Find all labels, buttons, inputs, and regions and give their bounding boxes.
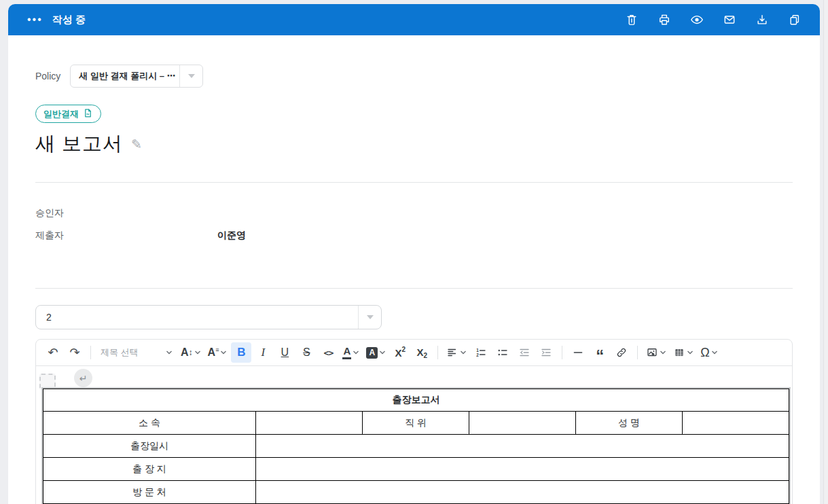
chevron-down-icon — [166, 346, 173, 359]
chevron-down-icon — [711, 346, 718, 359]
superscript-button[interactable]: X2 — [390, 342, 410, 363]
document-sign-icon — [83, 108, 93, 120]
chevron-down-icon — [687, 346, 694, 359]
trip-report-table[interactable]: 출장보고서 소 속 직 위 성 명 출장일시 — [43, 389, 789, 504]
table-cell[interactable]: 소 속 — [43, 412, 256, 435]
table-cell[interactable]: 출 장 지 — [43, 458, 256, 481]
more-menu-icon[interactable]: ••• — [27, 14, 43, 25]
policy-select[interactable]: 새 일반 결재 폴리시 – ⋯ — [70, 65, 203, 88]
highlight-color-button[interactable]: A — [363, 342, 389, 363]
table-row: 출장보고서 — [43, 389, 789, 412]
insert-image-button[interactable] — [643, 342, 669, 363]
heading-select-placeholder: 제목 선택 — [101, 346, 139, 359]
subscript-button[interactable]: X2 — [412, 342, 432, 363]
table-cell[interactable]: 출장일시 — [43, 435, 256, 458]
undo-icon[interactable]: ↶ — [43, 342, 63, 363]
toolbar-divider — [437, 346, 438, 359]
editor-toolbar: ↶ ↷ 제목 선택 A↕ A≡ B I U S — [36, 340, 792, 366]
chevron-down-icon — [460, 346, 467, 359]
text-color-button[interactable]: A — [340, 342, 362, 363]
chevron-down-icon — [220, 346, 227, 359]
heading-select[interactable]: 제목 선택 — [96, 342, 177, 363]
outdent-icon[interactable] — [514, 342, 535, 363]
table-row: 소 속 직 위 성 명 — [43, 412, 789, 435]
horizontal-rule-button[interactable] — [568, 342, 588, 363]
svg-text:2: 2 — [476, 353, 479, 357]
strikethrough-button[interactable]: S — [296, 342, 317, 363]
table-cell[interactable] — [469, 412, 575, 435]
svg-text:1: 1 — [476, 348, 479, 353]
document-content: Policy 새 일반 결재 폴리시 – ⋯ 일반결재 새 보고서 ✎ 승인자 … — [8, 65, 820, 504]
submitter-value: 이준영 — [217, 230, 246, 242]
align-button[interactable] — [444, 342, 469, 363]
code-button[interactable]: <> — [318, 342, 338, 363]
table-cell[interactable] — [255, 458, 789, 481]
policy-label: Policy — [35, 71, 60, 82]
edit-title-icon[interactable]: ✎ — [131, 137, 142, 152]
section-count-select[interactable]: 2 — [35, 305, 382, 329]
section-count-arrow[interactable] — [358, 306, 381, 329]
chevron-down-icon — [188, 74, 195, 78]
toolbar-divider — [562, 346, 562, 359]
policy-select-arrow[interactable] — [179, 65, 202, 87]
blockquote-button[interactable]: “ — [590, 342, 610, 363]
table-cell[interactable] — [255, 481, 789, 504]
chevron-down-icon — [660, 346, 666, 359]
badge-label: 일반결재 — [43, 108, 79, 120]
editor-content-area[interactable]: ↵ 출장보고서 소 속 직 위 — [36, 366, 792, 504]
font-family-button[interactable]: A≡ — [205, 342, 230, 363]
table-cell[interactable] — [255, 412, 362, 435]
bullet-list-icon[interactable] — [492, 342, 513, 363]
chevron-down-icon — [379, 346, 386, 359]
table-row: 출장일시 — [43, 435, 789, 458]
preview-icon[interactable] — [689, 12, 704, 27]
trash-icon[interactable] — [624, 12, 639, 27]
table-title-cell[interactable]: 출장보고서 — [43, 389, 789, 412]
table-cell[interactable]: 직 위 — [362, 412, 469, 435]
document-title: 새 보고서 — [35, 130, 123, 158]
numbered-list-icon[interactable]: 12 — [471, 342, 491, 363]
link-icon[interactable] — [611, 342, 632, 363]
divider — [35, 182, 793, 183]
chevron-down-icon — [367, 315, 374, 319]
document-status-label: 작성 중 — [52, 14, 86, 26]
download-icon[interactable] — [755, 12, 770, 27]
indent-icon[interactable] — [536, 342, 556, 363]
toolbar-divider — [90, 346, 91, 359]
table-cell[interactable] — [255, 435, 789, 458]
approval-document-card: ••• 작성 중 Policy — [8, 4, 820, 504]
bold-button[interactable]: B — [231, 342, 251, 363]
italic-button[interactable]: I — [253, 342, 273, 363]
table-cell[interactable]: 성 명 — [575, 412, 682, 435]
copy-icon[interactable] — [787, 12, 802, 27]
table-row: 출 장 지 — [43, 458, 789, 481]
approver-label: 승인자 — [35, 207, 217, 219]
font-size-button[interactable]: A↕ — [178, 342, 204, 363]
titlebar: ••• 작성 중 — [8, 4, 820, 35]
chevron-down-icon — [353, 346, 359, 359]
section-count-value: 2 — [36, 306, 358, 329]
divider — [35, 288, 793, 289]
table-row: 방 문 처 — [43, 481, 789, 504]
print-icon[interactable] — [657, 12, 672, 27]
table-cell[interactable]: 방 문 처 — [43, 481, 256, 504]
table-cell[interactable] — [682, 412, 789, 435]
special-character-button[interactable]: Ω — [698, 342, 720, 363]
insert-paragraph-icon[interactable]: ↵ — [74, 369, 92, 387]
insert-table-button[interactable] — [670, 342, 696, 363]
policy-select-value: 새 일반 결재 폴리시 – ⋯ — [71, 65, 179, 87]
redo-icon[interactable]: ↷ — [65, 342, 85, 363]
chevron-down-icon — [194, 346, 201, 359]
underline-button[interactable]: U — [274, 342, 295, 363]
widget-drag-handle-icon[interactable] — [39, 374, 56, 390]
page-scrollbar[interactable] — [823, 0, 828, 504]
rich-text-editor: ↶ ↷ 제목 선택 A↕ A≡ B I U S — [35, 339, 793, 504]
approval-type-badge: 일반결재 — [35, 105, 101, 123]
submitter-label: 제출자 — [35, 230, 217, 242]
mail-icon[interactable] — [722, 12, 737, 27]
toolbar-divider — [637, 346, 638, 359]
